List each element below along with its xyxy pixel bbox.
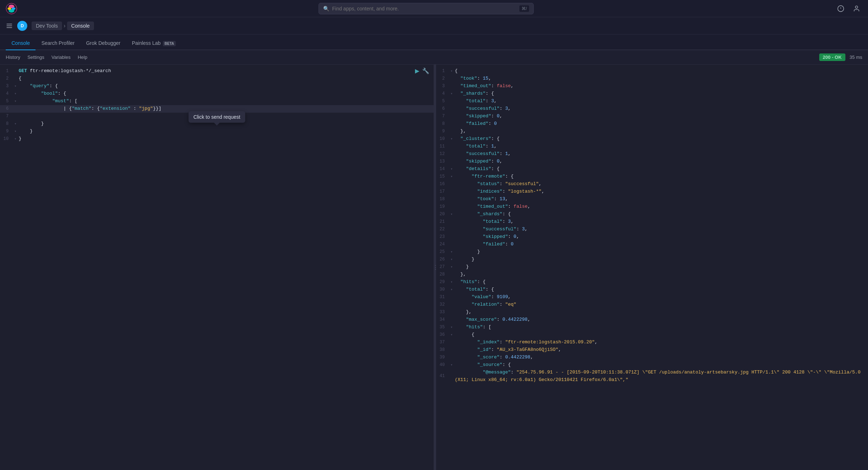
- editor-line-5: 5 ▾ "must": [: [0, 98, 434, 105]
- tab-console[interactable]: Console: [6, 37, 36, 50]
- run-button[interactable]: ▶: [415, 67, 419, 74]
- search-input[interactable]: [332, 6, 516, 11]
- response-line-1: 1 ▾ {: [436, 67, 868, 75]
- response-line-8: 8 "failed": 0: [436, 120, 868, 128]
- variables-button[interactable]: Variables: [51, 55, 70, 60]
- response-line-14: 14 ▾ "details": {: [436, 165, 868, 173]
- global-search[interactable]: 🔍 ⌘/: [319, 3, 534, 14]
- response-line-16: 16 "status": "successful",: [436, 180, 868, 188]
- response-line-31: 31 "value": 9109,: [436, 293, 868, 301]
- user-menu-button[interactable]: [851, 3, 862, 14]
- response-line-25: 25 ▾ }: [436, 248, 868, 256]
- time-badge: 35 ms: [850, 55, 862, 60]
- top-bar-right: [835, 3, 862, 14]
- response-line-29: 29 ▾ "hits": {: [436, 278, 868, 286]
- breadcrumb-console[interactable]: Console: [67, 22, 94, 30]
- tab-grok-debugger[interactable]: Grok Debugger: [80, 37, 126, 50]
- hamburger-menu-button[interactable]: [6, 22, 13, 29]
- response-line-10: 10 ▾ "_clusters": {: [436, 135, 868, 143]
- tab-search-profiler[interactable]: Search Profiler: [36, 37, 80, 50]
- main-content: Click to send request ▶ 🔧 1 GET ftr-remo…: [0, 65, 868, 470]
- settings-wrench-button[interactable]: 🔧: [422, 67, 429, 74]
- editor-line-4: 4 ▾ "bool": {: [0, 90, 434, 98]
- search-icon: 🔍: [323, 6, 329, 11]
- second-nav-bar: D Dev Tools › Console: [0, 17, 868, 34]
- response-line-30: 30 ▾ "total": {: [436, 286, 868, 293]
- breadcrumb-separator: ›: [63, 23, 65, 29]
- settings-button[interactable]: Settings: [27, 55, 44, 60]
- response-line-39: 39 "_score": 0.4422298,: [436, 354, 868, 361]
- toolbar: History Settings Variables Help 200 - OK…: [0, 50, 868, 65]
- editor-line-6: 6 | {"match": {"extension" : "jpg"}}]: [0, 105, 434, 113]
- response-line-23: 23 "skipped": 0,: [436, 233, 868, 241]
- response-line-21: 21 "total": 3,: [436, 218, 868, 226]
- editor-line-9: 9 ▾ }: [0, 128, 434, 135]
- breadcrumb: Dev Tools › Console: [32, 22, 94, 30]
- response-line-18: 18 "took": 13,: [436, 196, 868, 203]
- status-badge: 200 - OK: [819, 53, 845, 61]
- response-line-33: 33 },: [436, 309, 868, 316]
- tab-painless-lab[interactable]: Painless LabBETA: [126, 37, 182, 50]
- response-line-4: 4 ▾ "_shards": {: [436, 90, 868, 98]
- beta-badge: BETA: [163, 41, 176, 46]
- response-line-26: 26 ▾ }: [436, 256, 868, 263]
- editor-line-10: 10 ▾ }: [0, 135, 434, 143]
- response-line-20: 20 ▾ "_shards": {: [436, 211, 868, 218]
- svg-point-4: [12, 7, 15, 10]
- history-button[interactable]: History: [6, 55, 20, 60]
- response-line-15: 15 ▾ "ftr-remote": {: [436, 173, 868, 180]
- response-line-11: 11 "total": 1,: [436, 143, 868, 150]
- editor-pane: Click to send request ▶ 🔧 1 GET ftr-remo…: [0, 65, 434, 470]
- elastic-logo[interactable]: [6, 3, 17, 14]
- response-line-5: 5 "total": 3,: [436, 98, 868, 105]
- response-line-27: 27 ▾ }: [436, 263, 868, 271]
- response-line-34: 34 "max_score": 0.4422298,: [436, 316, 868, 324]
- response-line-28: 28 },: [436, 271, 868, 278]
- svg-point-8: [855, 6, 858, 8]
- notifications-button[interactable]: [835, 3, 846, 14]
- tabs-bar: Console Search Profiler Grok Debugger Pa…: [0, 34, 868, 50]
- help-button[interactable]: Help: [78, 55, 88, 60]
- response-line-13: 13 "skipped": 0,: [436, 158, 868, 165]
- response-line-38: 38 "_id": "AU_x3-TaGFA8no6QjiSO",: [436, 346, 868, 354]
- response-content: 1 ▾ { 2 "took": 15, 3 "timed_out": false…: [436, 65, 868, 470]
- response-line-22: 22 "successful": 3,: [436, 226, 868, 233]
- response-line-36: 36 ▾ {: [436, 331, 868, 339]
- svg-point-3: [8, 7, 11, 10]
- response-line-7: 7 "skipped": 0,: [436, 113, 868, 120]
- response-line-12: 12 "successful": 1,: [436, 150, 868, 158]
- response-line-24: 24 "failed": 0: [436, 241, 868, 248]
- response-line-9: 9 },: [436, 128, 868, 135]
- response-pane: 1 ▾ { 2 "took": 15, 3 "timed_out": false…: [436, 65, 868, 470]
- editor-line-1: 1 GET ftr-remote:logstash-*/_search: [0, 67, 434, 75]
- editor-line-2: 2 {: [0, 75, 434, 83]
- editor-line-3: 3 ▾ "query": {: [0, 83, 434, 90]
- response-line-3: 3 "timed_out": false,: [436, 83, 868, 90]
- search-shortcut: ⌘/: [519, 5, 529, 12]
- response-line-19: 19 "timed_out": false,: [436, 203, 868, 211]
- top-nav-bar: 🔍 ⌘/: [0, 0, 868, 17]
- response-line-40: 40 ▾ "_source": {: [436, 361, 868, 369]
- editor-toolbar: ▶ 🔧: [415, 67, 429, 74]
- response-line-32: 32 "relation": "eq": [436, 301, 868, 309]
- editor-line-7: 7: [0, 113, 434, 120]
- user-badge: D: [17, 21, 27, 31]
- response-line-6: 6 "successful": 3,: [436, 105, 868, 113]
- response-line-2: 2 "took": 15,: [436, 75, 868, 83]
- breadcrumb-dev-tools[interactable]: Dev Tools: [32, 22, 62, 30]
- editor-line-8: 8 ▾ }: [0, 120, 434, 128]
- response-line-41: 41 "@message": "254.75.96.91 - - [2015-0…: [436, 369, 868, 384]
- response-line-35: 35 ▾ "hits": [: [436, 324, 868, 331]
- response-line-37: 37 "_index": "ftr-remote:logstash-2015.0…: [436, 339, 868, 346]
- editor-content[interactable]: 1 GET ftr-remote:logstash-*/_search 2 { …: [0, 65, 434, 470]
- response-line-17: 17 "indices": "logstash-*",: [436, 188, 868, 196]
